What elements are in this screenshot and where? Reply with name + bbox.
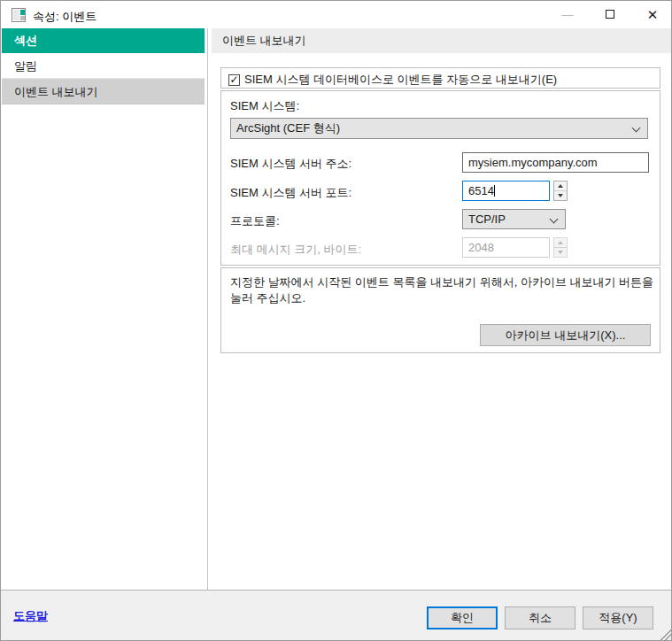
- siem-system-label: SIEM 시스템:: [230, 98, 299, 114]
- panel-divider: [207, 28, 208, 590]
- help-link[interactable]: 도움말: [13, 608, 48, 624]
- footer: 도움말 확인 취소 적용(Y): [1, 590, 672, 641]
- siem-system-select[interactable]: ArcSight (CEF 형식): [230, 118, 648, 139]
- siem-settings-group: SIEM 시스템: ArcSight (CEF 형식) SIEM 시스템 서버 …: [220, 90, 660, 266]
- protocol-select[interactable]: TCP/IP: [462, 209, 566, 229]
- title-bar[interactable]: 속성: 이벤트 — ✕: [1, 1, 671, 28]
- spinner-down-icon[interactable]: [554, 191, 567, 200]
- server-address-value: mysiem.mycompany.com: [468, 156, 598, 169]
- auto-export-checkbox[interactable]: ✓: [228, 74, 240, 86]
- max-message-size-label: 최대 메시지 크기, 바이트:: [230, 242, 361, 258]
- auto-export-row[interactable]: ✓ SIEM 시스템 데이터베이스로 이벤트를 자동으로 내보내기(E): [221, 68, 660, 88]
- sidebar-item-event-export[interactable]: 이벤트 내보내기: [2, 79, 205, 104]
- page-title: 이벤트 내보내기: [212, 28, 672, 53]
- archive-export-button[interactable]: 아카이브 내보내기(X)...: [480, 324, 651, 346]
- max-message-size-value: 2048: [468, 241, 494, 254]
- chevron-down-icon: [550, 215, 559, 224]
- app-icon: [12, 8, 26, 22]
- properties-dialog: 속성: 이벤트 — ✕ 섹션 알림 이벤트 내보내기 이벤트 내보내기 ✓ SI…: [0, 0, 672, 641]
- server-port-input[interactable]: 6514: [462, 181, 550, 201]
- spinner-up-icon: [554, 238, 567, 247]
- max-message-size-stepper: [553, 237, 568, 258]
- server-port-label: SIEM 시스템 서버 포트:: [230, 185, 351, 201]
- apply-button[interactable]: 적용(Y): [583, 606, 653, 629]
- server-port-stepper[interactable]: [553, 181, 568, 201]
- server-address-label: SIEM 시스템 서버 주소:: [230, 156, 351, 172]
- server-port-value: 6514: [468, 184, 494, 197]
- cancel-button[interactable]: 취소: [505, 606, 575, 629]
- ok-button[interactable]: 확인: [427, 606, 498, 629]
- auto-export-label: SIEM 시스템 데이터베이스로 이벤트를 자동으로 내보내기(E): [244, 72, 557, 88]
- spinner-up-icon[interactable]: [554, 181, 567, 190]
- siem-system-value: ArcSight (CEF 형식): [236, 121, 340, 135]
- close-icon[interactable]: ✕: [633, 1, 672, 28]
- spinner-down-icon: [554, 248, 567, 257]
- minimize-icon: —: [548, 1, 587, 28]
- sidebar-header: 섹션: [2, 28, 205, 53]
- maximize-icon[interactable]: [591, 1, 630, 28]
- max-message-size-input: 2048: [462, 237, 550, 258]
- auto-export-group: ✓ SIEM 시스템 데이터베이스로 이벤트를 자동으로 내보내기(E): [220, 67, 660, 89]
- sidebar-item-alerts[interactable]: 알림: [2, 53, 205, 79]
- chevron-down-icon: [632, 124, 641, 133]
- window-title: 속성: 이벤트: [33, 9, 97, 25]
- protocol-value: TCP/IP: [468, 212, 506, 226]
- archive-export-description: 지정한 날짜에서 시작된 이벤트 목록을 내보내기 위해서, 아카이브 내보내기…: [230, 274, 657, 306]
- sidebar: 섹션 알림 이벤트 내보내기: [2, 28, 205, 590]
- server-address-input[interactable]: mysiem.mycompany.com: [462, 152, 649, 173]
- archive-export-group: 지정한 날짜에서 시작된 이벤트 목록을 내보내기 위해서, 아카이브 내보내기…: [220, 267, 660, 353]
- text-caret: [494, 185, 495, 197]
- resize-grip-icon[interactable]: [660, 629, 671, 640]
- protocol-label: 프로토콜:: [230, 213, 280, 229]
